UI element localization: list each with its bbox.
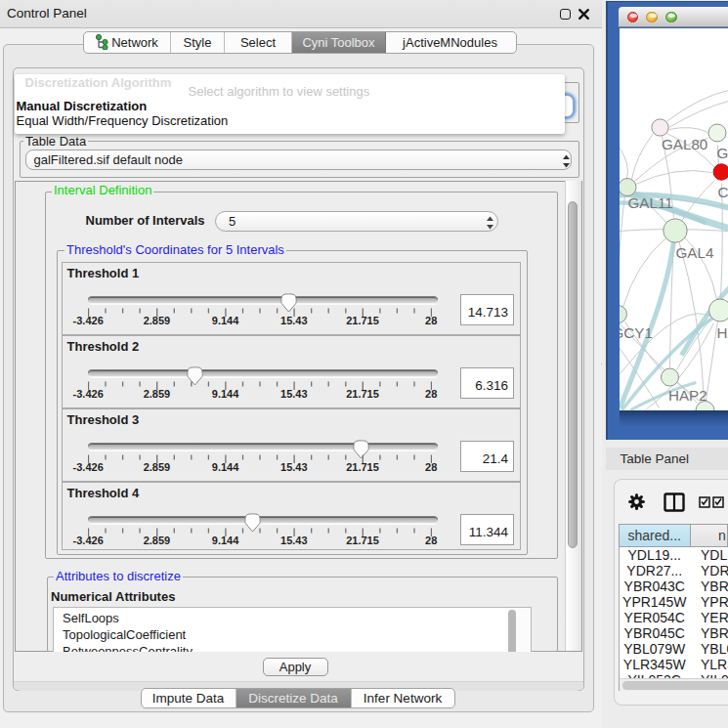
svg-text:HAP2: HAP2: [668, 386, 707, 403]
svg-text:HA: HA: [716, 323, 728, 340]
svg-text:GCY1: GCY1: [620, 323, 653, 340]
svg-text:CY: CY: [717, 184, 728, 200]
svg-text:GAL11: GAL11: [627, 193, 672, 210]
svg-text:GAL80: GAL80: [662, 136, 707, 152]
svg-text:GA: GA: [716, 144, 728, 160]
svg-text:GAL4: GAL4: [675, 243, 713, 260]
